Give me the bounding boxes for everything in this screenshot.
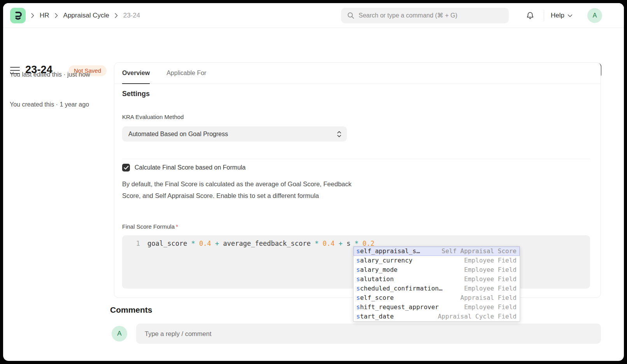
- help-menu[interactable]: Help: [551, 3, 573, 28]
- final-score-formula-label: Final Score Formula*: [122, 223, 178, 230]
- autocomplete-field-type: Self Appraisal Score: [441, 247, 517, 256]
- autocomplete-item[interactable]: scheduled_confirmation…Employee Field: [354, 284, 520, 293]
- breadcrumb-appraisal-cycle[interactable]: Appraisal Cycle: [63, 12, 109, 19]
- tab-applicable-for[interactable]: Applicable For: [166, 63, 206, 84]
- autocomplete-field-type: Employee Field: [464, 265, 517, 275]
- chevron-down-icon: [567, 14, 573, 18]
- last-edited-note: You last edited this · just now: [10, 69, 91, 80]
- kra-evaluation-method-select[interactable]: Automated Based on Goal Progress: [122, 126, 347, 142]
- help-label: Help: [551, 12, 564, 19]
- calculate-formula-checkbox[interactable]: [122, 164, 130, 172]
- search-icon: [347, 12, 354, 19]
- top-navbar: HR Appraisal Cycle 23-24: [3, 3, 624, 28]
- settings-section-heading: Settings: [122, 90, 150, 98]
- section-divider: [122, 159, 590, 159]
- autocomplete-item[interactable]: start_dateAppraisal Cycle Field: [354, 312, 520, 321]
- autocomplete-field-name: salutation: [356, 275, 394, 284]
- comments-heading: Comments: [110, 305, 152, 315]
- page-header: 23-24 Not Saved View Goals Create Apprai…: [3, 28, 624, 60]
- app-logo[interactable]: [10, 8, 26, 23]
- autocomplete-field-name: self_score: [356, 293, 394, 303]
- calculate-formula-checkbox-row: Calculate Final Score based on Formula: [122, 164, 245, 172]
- formula-code: goal_score * 0.4 + average_feedback_scor…: [147, 238, 375, 248]
- calculate-formula-label[interactable]: Calculate Final Score based on Formula: [135, 164, 245, 171]
- chevron-right-icon: [55, 13, 58, 18]
- comment-input[interactable]: [136, 324, 601, 344]
- autocomplete-item[interactable]: salary_modeEmployee Field: [354, 265, 520, 275]
- tab-label: Overview: [122, 70, 150, 77]
- notifications-button[interactable]: [524, 10, 536, 21]
- autocomplete-field-name: self_appraisal_s…: [356, 247, 420, 256]
- formula-description: By default, the Final Score is calculate…: [122, 178, 353, 201]
- autocomplete-item[interactable]: self_appraisal_s…Self Appraisal Score: [354, 247, 520, 256]
- autocomplete-field-name: salary_mode: [356, 265, 398, 275]
- autocomplete-item[interactable]: salary_currencyEmployee Field: [354, 256, 520, 265]
- form-tabs: Overview Applicable For: [114, 63, 601, 84]
- autocomplete-item[interactable]: salutationEmployee Field: [354, 275, 520, 284]
- user-avatar[interactable]: A: [587, 8, 602, 23]
- bell-icon: [526, 11, 534, 20]
- breadcrumb: HR Appraisal Cycle 23-24: [31, 3, 140, 28]
- checkmark-icon: [124, 166, 129, 170]
- autocomplete-field-type: Employee Field: [464, 275, 517, 284]
- autocomplete-field-type: Employee Field: [464, 284, 517, 293]
- autocomplete-field-name: scheduled_confirmation…: [356, 284, 443, 293]
- avatar-initial: A: [593, 12, 597, 19]
- chevron-right-icon: [115, 13, 118, 18]
- tab-overview[interactable]: Overview: [122, 63, 150, 84]
- search-input[interactable]: [359, 12, 503, 19]
- autocomplete-field-type: Appraisal Cycle Field: [438, 312, 517, 321]
- autocomplete-item[interactable]: shift_request_approverEmployee Field: [354, 303, 520, 312]
- autocomplete-field-name: start_date: [356, 312, 394, 321]
- autocomplete-field-type: Employee Field: [464, 303, 517, 312]
- frappe-hr-logo-icon: [12, 10, 24, 21]
- autocomplete-field-type: Appraisal Field: [461, 293, 517, 303]
- autocomplete-field-name: shift_request_approver: [356, 303, 439, 312]
- global-search[interactable]: [341, 8, 509, 23]
- autocomplete-field-name: salary_currency: [356, 256, 413, 265]
- autocomplete-field-type: Employee Field: [464, 256, 517, 265]
- chevron-right-icon: [31, 13, 34, 18]
- selected-option: Automated Based on Goal Progress: [128, 131, 337, 138]
- kra-evaluation-method-label: KRA Evaluation Method: [122, 114, 184, 120]
- comment-avatar: A: [112, 326, 127, 341]
- autocomplete-popup: self_appraisal_s…Self Appraisal Scoresal…: [353, 246, 520, 322]
- created-note: You created this · 1 year ago: [10, 99, 91, 110]
- breadcrumb-current: 23-24: [123, 12, 140, 19]
- line-number: 1: [122, 238, 140, 248]
- topbar-divider: [544, 10, 544, 21]
- required-marker: *: [176, 223, 178, 230]
- up-down-chevron-icon: [337, 130, 342, 138]
- tab-label: Applicable For: [166, 70, 206, 77]
- breadcrumb-hr[interactable]: HR: [40, 12, 49, 19]
- app-window: HR Appraisal Cycle 23-24: [3, 3, 624, 361]
- autocomplete-item[interactable]: self_scoreAppraisal Field: [354, 293, 520, 303]
- avatar-initial: A: [117, 330, 121, 338]
